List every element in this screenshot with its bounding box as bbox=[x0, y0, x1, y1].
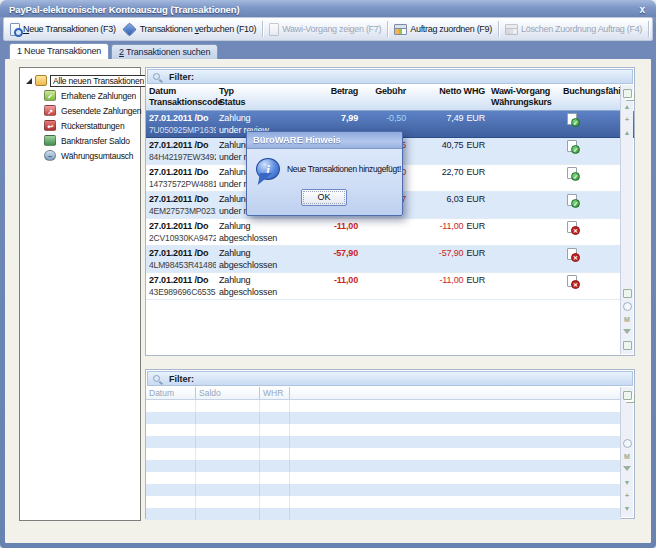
tree-item-gesendete-zahlungen[interactable]: Gesendete Zahlungen bbox=[20, 103, 140, 118]
cell-wawi bbox=[488, 138, 560, 164]
currency-label: EUR bbox=[466, 193, 485, 205]
toolbar-button-neue-transaktionen-f3[interactable]: Neue Transaktionen (F3) bbox=[7, 21, 119, 38]
empty-saldo-row[interactable] bbox=[146, 484, 621, 496]
column-header-datum[interactable]: Datum bbox=[146, 387, 196, 399]
tab-2-transaktionen-suchen[interactable]: 2 Transaktionen suchen bbox=[111, 44, 218, 59]
net-value: 40,75 bbox=[442, 139, 464, 151]
document-icon: ✕ bbox=[567, 275, 577, 287]
column-header-typ[interactable]: TypStatus bbox=[216, 85, 306, 110]
tree-item-erhaltene-zahlungen[interactable]: Erhaltene Zahlungen bbox=[20, 88, 140, 103]
transaction-code: 4EM27573MP023193K bbox=[149, 205, 213, 217]
ok-button[interactable]: OK bbox=[301, 189, 347, 206]
currency-exchange-icon bbox=[44, 150, 56, 161]
tree-item-r-ckerstattungen[interactable]: Rückerstattungen bbox=[20, 118, 140, 133]
column-header-line2: Status bbox=[219, 97, 303, 108]
empty-saldo-row[interactable] bbox=[146, 436, 621, 448]
filter-icon[interactable] bbox=[623, 328, 632, 337]
transaction-type: Zahlung bbox=[219, 274, 303, 286]
cell-type-status: Zahlungabgeschlossen bbox=[216, 219, 306, 245]
toolbar-button-transaktionen-verbuchen-f10[interactable]: Transaktionen verbuchen (F10) bbox=[119, 22, 260, 37]
scroll-down-icon[interactable]: ▼ bbox=[623, 478, 632, 487]
empty-saldo-row[interactable] bbox=[146, 424, 621, 436]
cell-wawi bbox=[488, 111, 560, 137]
copy-pages-icon[interactable] bbox=[623, 89, 632, 98]
search-icon[interactable] bbox=[623, 439, 632, 448]
tree-item-w-hrungsumtausch[interactable]: Währungsumtausch bbox=[20, 148, 140, 163]
toolbar-button-auftrag-zuordnen-f9[interactable]: Auftrag zuordnen (F9) bbox=[391, 22, 495, 37]
transaction-row[interactable]: 27.01.2011 /Do4LM98453R41486714Zahlungab… bbox=[146, 246, 621, 273]
close-icon[interactable]: x bbox=[638, 4, 647, 15]
toolbar-button-label: Transaktionen verbuchen (F10) bbox=[140, 24, 257, 34]
transaction-row[interactable]: 27.01.2011 /Do2CV10930KA9472237Zahlungab… bbox=[146, 219, 621, 246]
amount-value: -11,00 bbox=[334, 275, 358, 285]
tree-root-item[interactable]: Alle neuen Transaktionen bbox=[20, 73, 140, 88]
empty-cell bbox=[260, 400, 290, 412]
saldo-filter-bar[interactable]: Filter: bbox=[147, 371, 633, 386]
sum-icon[interactable]: M bbox=[623, 315, 632, 324]
transaction-code: 43E989696C6535442 bbox=[149, 286, 213, 298]
toolbar-button-details[interactable]: Details bbox=[652, 21, 656, 37]
scroll-up-icon[interactable]: ▲ bbox=[623, 128, 632, 137]
column-header-whr[interactable]: WHR bbox=[260, 387, 290, 399]
sum-icon[interactable]: M bbox=[623, 452, 632, 461]
net-value: 22,70 bbox=[442, 166, 464, 178]
empty-saldo-row[interactable] bbox=[146, 400, 621, 412]
tree-item-banktransfer-saldo[interactable]: Banktransfer Saldo bbox=[20, 133, 140, 148]
column-header-geb-hr[interactable]: Gebühr bbox=[361, 85, 409, 110]
row-expand-icon[interactable]: + bbox=[623, 491, 632, 500]
cell-bookable: ✕ bbox=[560, 246, 617, 272]
transaction-type: Zahlung bbox=[219, 247, 303, 259]
columns-icon[interactable] bbox=[623, 289, 632, 298]
empty-cell bbox=[146, 424, 196, 436]
empty-cell bbox=[196, 460, 260, 472]
empty-saldo-row[interactable] bbox=[146, 496, 621, 508]
saldo-table-header: DatumSaldoWHR bbox=[146, 387, 634, 400]
cell-bookable: ✓ bbox=[560, 165, 617, 191]
transaction-date: 27.01.2011 /Do bbox=[149, 112, 213, 124]
filter-icon[interactable] bbox=[623, 465, 632, 474]
tree-expanded-arrow-icon[interactable] bbox=[26, 78, 32, 84]
empty-cell bbox=[196, 496, 260, 508]
cell-type-status: Zahlungabgeschlossen bbox=[216, 246, 306, 272]
delete-assignment-icon bbox=[505, 24, 518, 35]
cell-net: 7,49EUR bbox=[409, 111, 488, 137]
column-header-saldo[interactable]: Saldo bbox=[196, 387, 260, 399]
cell-date-code: 27.01.2011 /Do4LM98453R41486714 bbox=[146, 246, 216, 272]
empty-saldo-row[interactable] bbox=[146, 508, 621, 520]
not-bookable-icon: ✕ bbox=[571, 253, 580, 262]
column-header-datum[interactable]: DatumTransaktionscode bbox=[146, 85, 216, 110]
scroll-top-icon[interactable]: ▲ bbox=[623, 102, 632, 111]
search-icon[interactable] bbox=[623, 302, 632, 311]
new-transactions-icon bbox=[10, 23, 20, 36]
tab-1-neue-transaktionen[interactable]: 1 Neue Transaktionen bbox=[9, 43, 109, 59]
column-header-buchungsf-hig[interactable]: Buchungsfähig bbox=[560, 85, 617, 110]
net-amount: -57,90EUR bbox=[412, 247, 485, 259]
row-expand-icon[interactable]: + bbox=[623, 115, 632, 124]
saldo-panel: Filter: DatumSaldoWHR M▼+▼ bbox=[145, 369, 635, 519]
copy-pages-icon[interactable] bbox=[623, 391, 632, 400]
toolbar-button-label: Neue Transaktionen (F3) bbox=[23, 24, 116, 34]
empty-saldo-row[interactable] bbox=[146, 412, 621, 424]
empty-cell bbox=[196, 448, 260, 460]
scroll-bottom-icon[interactable]: ▼ bbox=[623, 504, 632, 513]
transaction-row[interactable]: 27.01.2011 /Do43E989696C6535442Zahlungab… bbox=[146, 273, 621, 300]
empty-saldo-row[interactable] bbox=[146, 460, 621, 472]
document-icon: ✓ bbox=[567, 140, 577, 152]
column-header-netto-whg[interactable]: Netto WHG bbox=[409, 85, 488, 110]
column-header-betrag[interactable]: Betrag bbox=[306, 85, 361, 110]
dialog-title[interactable]: BüroWARE Hinweis bbox=[247, 132, 402, 149]
empty-cell bbox=[260, 424, 290, 436]
column-header-wawi-vorgang[interactable]: Wawi-VorgangWährungskurs bbox=[488, 85, 560, 110]
cell-net: -57,90EUR bbox=[409, 246, 488, 272]
cell-net: -11,00EUR bbox=[409, 219, 488, 245]
not-bookable-icon: ✕ bbox=[571, 226, 580, 235]
table-side-toolbar: ▲+▲M bbox=[620, 85, 633, 354]
search-icon bbox=[153, 73, 160, 80]
empty-saldo-row[interactable] bbox=[146, 472, 621, 484]
empty-saldo-row[interactable] bbox=[146, 448, 621, 460]
transactions-filter-bar[interactable]: Filter: bbox=[147, 69, 633, 84]
empty-cell bbox=[196, 412, 260, 424]
export-icon[interactable] bbox=[623, 341, 632, 350]
received-payments-icon bbox=[44, 90, 56, 101]
cell-wawi bbox=[488, 246, 560, 272]
